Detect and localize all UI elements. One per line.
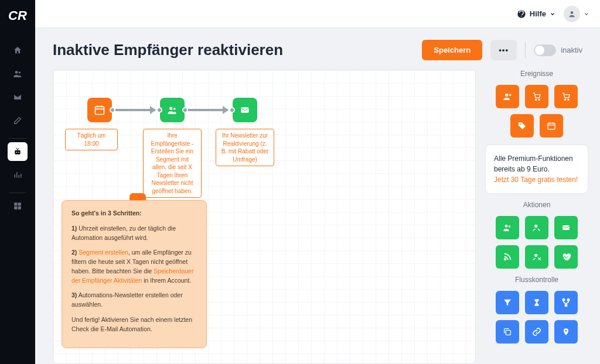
event-add-user[interactable] bbox=[496, 85, 519, 108]
svg-point-33 bbox=[565, 330, 567, 332]
logo: CR bbox=[8, 8, 27, 23]
svg-point-10 bbox=[521, 16, 521, 16]
svg-point-0 bbox=[15, 71, 18, 74]
action-user-edit[interactable] bbox=[525, 216, 548, 239]
event-cart[interactable] bbox=[525, 85, 548, 108]
users-icon bbox=[166, 105, 179, 115]
nav-edit[interactable] bbox=[8, 111, 28, 130]
flow-copy[interactable] bbox=[496, 320, 519, 344]
status-toggle[interactable] bbox=[534, 44, 556, 56]
page-header: Inaktive Empfänger reaktivieren Speicher… bbox=[35, 28, 600, 70]
svg-point-13 bbox=[169, 107, 172, 109]
svg-point-27 bbox=[504, 259, 506, 260]
side-panel: Ereignisse Alle Premium-Funktionen berei… bbox=[485, 70, 588, 364]
svg-rect-2 bbox=[15, 150, 20, 154]
event-cart-2[interactable] bbox=[554, 85, 578, 108]
svg-point-17 bbox=[536, 99, 537, 100]
action-segment[interactable] bbox=[496, 216, 519, 239]
sidebar: CR bbox=[0, 0, 35, 364]
svg-point-11 bbox=[571, 11, 574, 14]
flow-link[interactable] bbox=[525, 320, 548, 344]
event-tag[interactable] bbox=[510, 114, 534, 138]
help-icon bbox=[517, 9, 526, 19]
svg-rect-22 bbox=[548, 123, 555, 129]
flow-wait[interactable] bbox=[525, 291, 548, 314]
event-schedule[interactable] bbox=[540, 114, 563, 138]
more-button[interactable]: ••• bbox=[490, 40, 517, 60]
svg-rect-6 bbox=[18, 202, 21, 205]
svg-point-1 bbox=[19, 71, 21, 73]
flow-title: Flusskontrolle bbox=[485, 276, 588, 284]
user-menu[interactable] bbox=[564, 6, 589, 22]
nav-analytics[interactable] bbox=[8, 166, 28, 184]
chevron-down-icon bbox=[584, 11, 589, 17]
svg-rect-5 bbox=[14, 202, 17, 205]
divider bbox=[525, 42, 526, 59]
nav-home[interactable] bbox=[8, 41, 28, 60]
help-label: Hilfe bbox=[530, 9, 546, 18]
calendar-icon bbox=[94, 104, 105, 116]
svg-point-14 bbox=[173, 108, 176, 110]
svg-rect-7 bbox=[14, 207, 17, 210]
svg-point-3 bbox=[16, 152, 17, 153]
chevron-down-icon bbox=[550, 11, 555, 17]
flow-filter[interactable] bbox=[496, 291, 519, 314]
flow-branch[interactable] bbox=[554, 291, 578, 314]
svg-point-30 bbox=[567, 299, 569, 301]
save-button[interactable]: Speichern bbox=[422, 40, 482, 60]
svg-point-28 bbox=[534, 254, 537, 257]
svg-point-31 bbox=[565, 304, 567, 306]
events-title: Ereignisse bbox=[485, 70, 588, 78]
connector bbox=[113, 109, 155, 111]
node-label: Ihr Newsletter zur Reaktivierung (z. B. … bbox=[216, 129, 274, 166]
nav-users[interactable] bbox=[8, 64, 28, 83]
svg-point-23 bbox=[505, 225, 508, 228]
link-create-segment[interactable]: Segment erstellen bbox=[79, 249, 128, 256]
status-label: inaktiv bbox=[561, 46, 582, 54]
action-mail[interactable] bbox=[554, 216, 578, 239]
promo-card: Alle Premium-Funktionen bereits ab 9 Eur… bbox=[485, 145, 588, 194]
actions-title: Aktionen bbox=[485, 201, 588, 209]
avatar bbox=[564, 6, 580, 22]
nav-automation[interactable] bbox=[8, 142, 28, 161]
node-label: Ihre Empfängerliste - Erstellen Sie ein … bbox=[143, 129, 202, 198]
svg-rect-26 bbox=[562, 225, 570, 230]
action-rss[interactable] bbox=[496, 245, 519, 269]
envelope-icon bbox=[239, 105, 251, 115]
connector bbox=[186, 109, 228, 111]
svg-point-21 bbox=[520, 123, 521, 125]
trigger-node-schedule[interactable] bbox=[87, 98, 112, 122]
svg-point-18 bbox=[538, 99, 540, 100]
svg-point-16 bbox=[505, 94, 508, 97]
page-title: Inaktive Empfänger reaktivieren bbox=[53, 41, 414, 59]
svg-point-19 bbox=[565, 99, 566, 100]
nav-divider-2 bbox=[9, 193, 26, 193]
svg-point-24 bbox=[509, 225, 510, 227]
svg-point-25 bbox=[534, 225, 537, 228]
filter-node-segment[interactable] bbox=[160, 98, 185, 122]
svg-point-9 bbox=[517, 10, 525, 18]
nav-mail[interactable] bbox=[8, 88, 28, 107]
node-label: Täglich um 18:00 bbox=[65, 129, 118, 150]
nav-divider bbox=[9, 138, 26, 139]
flow-marker[interactable] bbox=[554, 320, 578, 344]
instructions-box: So geht's in 3 Schritten: 1) Uhrzeit ein… bbox=[62, 200, 207, 348]
help-button[interactable]: Hilfe bbox=[517, 9, 555, 19]
svg-rect-8 bbox=[18, 207, 21, 210]
nav-apps[interactable] bbox=[8, 197, 28, 215]
svg-rect-12 bbox=[96, 107, 104, 114]
svg-point-29 bbox=[562, 299, 564, 301]
svg-point-4 bbox=[18, 152, 19, 153]
svg-point-20 bbox=[568, 99, 569, 100]
promo-link[interactable]: Jetzt 30 Tage gratis testen! bbox=[494, 176, 578, 184]
action-user-remove[interactable] bbox=[525, 245, 548, 269]
svg-rect-32 bbox=[506, 330, 510, 335]
action-heart[interactable] bbox=[554, 245, 578, 269]
svg-rect-15 bbox=[241, 107, 248, 112]
action-node-newsletter[interactable] bbox=[233, 98, 257, 122]
topbar: Hilfe bbox=[35, 0, 600, 28]
automation-canvas[interactable]: Täglich um 18:00 Ihre Empfängerliste - E… bbox=[53, 70, 476, 364]
